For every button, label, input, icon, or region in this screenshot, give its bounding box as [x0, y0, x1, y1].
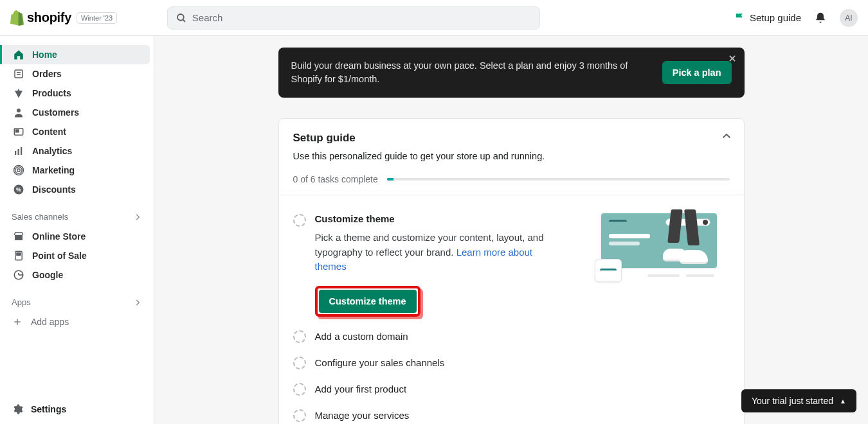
channel-item-google[interactable]: Google	[4, 265, 150, 285]
nav-item-content[interactable]: Content	[4, 122, 150, 141]
svg-rect-9	[18, 149, 19, 155]
card-title: Setup guide	[293, 132, 730, 145]
illustration-theme-icon	[601, 213, 717, 268]
account-menu[interactable]: AI	[840, 9, 858, 27]
task-status-indicator	[293, 330, 306, 343]
nav-item-analytics[interactable]: Analytics	[4, 141, 150, 161]
nav-list: HomeOrdersProductsCustomersContentAnalyt…	[0, 45, 154, 199]
sales-channels-label: Sales channels	[12, 212, 68, 222]
nav-item-label: Home	[32, 49, 57, 60]
nav-item-label: Products	[32, 88, 71, 98]
shopify-bag-icon	[10, 10, 24, 26]
shopify-logo[interactable]: shopify	[10, 10, 71, 26]
channel-item-online-store[interactable]: Online Store	[4, 227, 150, 246]
task-configure-your-sales-channels[interactable]: Configure your sales channels	[293, 349, 730, 376]
task-customize-theme[interactable]: Customize theme Pick a theme and customi…	[293, 207, 730, 323]
bell-icon	[814, 12, 827, 24]
cta-highlight-box: Customize theme	[315, 286, 420, 317]
sales-channels-header[interactable]: Sales channels	[0, 199, 154, 227]
channel-list: Online StorePoint of SaleGoogle	[0, 227, 154, 285]
task-manage-your-services[interactable]: Manage your services	[293, 402, 730, 424]
task-title: Customize theme	[315, 213, 601, 224]
svg-point-0	[177, 14, 184, 21]
plus-icon	[12, 317, 23, 326]
search-input[interactable]	[192, 12, 532, 23]
svg-point-12	[15, 167, 23, 174]
trial-toast[interactable]: Your trial just started ▲	[741, 389, 856, 412]
svg-rect-18	[17, 253, 21, 256]
add-apps-label: Add apps	[31, 317, 69, 327]
channel-item-label: Online Store	[32, 231, 86, 242]
main: Build your dream business at your own pa…	[154, 36, 868, 424]
chevron-right-icon	[133, 298, 142, 307]
nav-item-customers[interactable]: Customers	[4, 103, 150, 122]
nav-item-label: Orders	[32, 69, 62, 79]
logo-group: shopify Winter '23	[10, 10, 167, 26]
sidebar: HomeOrdersProductsCustomersContentAnalyt…	[0, 36, 154, 424]
collapse-button[interactable]	[721, 130, 732, 142]
task-title: Add your first product	[315, 384, 407, 394]
task-status-indicator	[293, 409, 306, 422]
chevron-up-icon	[721, 130, 732, 142]
nav-item-products[interactable]: Products	[4, 84, 150, 103]
gear-icon	[12, 403, 23, 415]
notifications-button[interactable]	[814, 12, 827, 24]
trial-toast-text: Your trial just started	[752, 396, 833, 406]
analytics-icon	[13, 145, 24, 157]
onlinestore-icon	[13, 231, 24, 242]
sidebar-footer: Settings	[0, 394, 154, 424]
task-status-indicator	[293, 357, 306, 369]
svg-rect-16	[15, 235, 23, 240]
plan-banner: Build your dream business at your own pa…	[278, 48, 745, 98]
task-title: Add a custom domain	[315, 331, 408, 342]
channel-item-point-of-sale[interactable]: Point of Sale	[4, 246, 150, 265]
apps-header[interactable]: Apps	[0, 285, 154, 312]
add-apps-button[interactable]: Add apps	[0, 312, 154, 331]
topbar: shopify Winter '23 Setup guide AI	[0, 0, 868, 36]
setup-guide-link-label: Setup guide	[750, 12, 801, 23]
nav-item-home[interactable]: Home	[0, 45, 150, 64]
task-illustration	[601, 213, 730, 268]
caret-up-icon: ▲	[840, 398, 846, 405]
task-list: Customize theme Pick a theme and customi…	[279, 195, 744, 424]
progress-row: 0 of 6 tasks complete	[293, 174, 730, 184]
channel-item-label: Point of Sale	[32, 251, 87, 261]
main-inner: Build your dream business at your own pa…	[278, 48, 745, 424]
nav-item-label: Customers	[32, 107, 79, 118]
task-add-a-custom-domain[interactable]: Add a custom domain	[293, 323, 730, 349]
orders-icon	[13, 68, 24, 80]
nav-item-orders[interactable]: Orders	[4, 64, 150, 84]
search-box[interactable]	[167, 6, 540, 30]
pos-icon	[13, 250, 24, 261]
nav-item-label: Discounts	[32, 184, 76, 195]
settings-button[interactable]: Settings	[0, 394, 154, 424]
edition-badge[interactable]: Winter '23	[77, 12, 117, 24]
body: HomeOrdersProductsCustomersContentAnalyt…	[0, 36, 868, 424]
discounts-icon: %	[13, 184, 24, 195]
task-add-your-first-product[interactable]: Add your first product	[293, 376, 730, 402]
nav-item-discounts[interactable]: %Discounts	[4, 180, 150, 199]
nav-item-label: Analytics	[32, 146, 72, 156]
settings-label: Settings	[31, 404, 66, 414]
nav-item-label: Marketing	[32, 165, 75, 175]
setup-guide-card: Setup guide Use this personalized guide …	[278, 118, 745, 424]
setup-guide-link[interactable]: Setup guide	[734, 12, 801, 24]
svg-line-1	[183, 19, 185, 22]
task-title: Manage your services	[315, 410, 410, 421]
banner-close-button[interactable]	[728, 54, 737, 63]
apps-label: Apps	[12, 297, 31, 307]
google-icon	[13, 269, 24, 281]
close-icon	[728, 54, 737, 63]
customize-theme-button[interactable]: Customize theme	[319, 290, 417, 313]
pick-plan-button[interactable]: Pick a plan	[662, 61, 732, 84]
nav-item-marketing[interactable]: Marketing	[4, 161, 150, 180]
task-status-indicator	[293, 214, 306, 227]
progress-bar-fill	[387, 178, 394, 181]
banner-text: Build your dream business at your own pa…	[291, 59, 651, 86]
svg-point-11	[17, 169, 21, 172]
chevron-right-icon	[133, 213, 142, 222]
svg-rect-7	[16, 130, 19, 132]
progress-bar	[387, 178, 730, 181]
svg-point-5	[17, 109, 21, 112]
svg-rect-10	[21, 147, 22, 155]
